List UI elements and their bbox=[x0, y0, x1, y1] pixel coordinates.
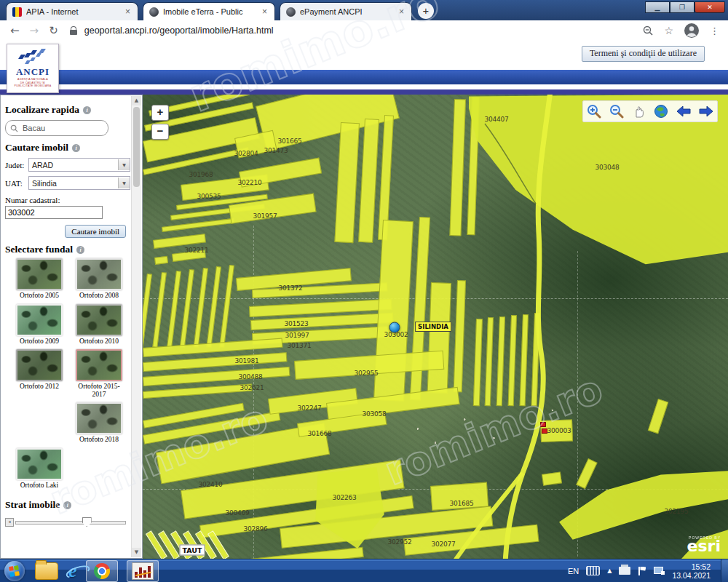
parcel-label: 303048 bbox=[595, 164, 619, 171]
tab-close-icon[interactable]: × bbox=[124, 7, 132, 17]
tab-close-icon[interactable]: × bbox=[261, 7, 269, 17]
fundal-thumbnail[interactable] bbox=[76, 349, 122, 381]
taskbar-clock[interactable]: 15:52 13.04.2021 bbox=[672, 562, 711, 580]
screen: APIA - Internet × Imobile eTerra - Publi… bbox=[0, 0, 728, 582]
cadastral-input[interactable] bbox=[5, 206, 103, 219]
romania-flag-icon bbox=[12, 7, 22, 17]
tab-close-icon[interactable]: × bbox=[397, 7, 405, 17]
ie-taskbar-icon[interactable]: e bbox=[68, 562, 77, 581]
fundal-thumbnail[interactable] bbox=[16, 304, 63, 336]
quick-locate-searchbox[interactable] bbox=[5, 120, 108, 136]
slider-handle[interactable] bbox=[82, 517, 92, 527]
lock-icon bbox=[70, 26, 77, 35]
printer-icon[interactable] bbox=[619, 567, 630, 575]
chevron-down-icon[interactable]: ▼ bbox=[118, 159, 130, 170]
map-zoom-out-button[interactable]: − bbox=[151, 124, 169, 140]
toolbar-pan-hand-icon[interactable] bbox=[630, 103, 648, 119]
fundal-option[interactable]: Ortofoto 2005 bbox=[9, 258, 69, 300]
layer-title: Strat imobile i bbox=[5, 499, 130, 511]
scroll-thumb[interactable] bbox=[133, 107, 140, 187]
cadastral-label: Numar cadastral: bbox=[5, 196, 130, 204]
toolbar-full-extent-globe-icon[interactable] bbox=[652, 103, 670, 119]
quick-locate-input[interactable] bbox=[21, 123, 90, 133]
fundal-thumbnail[interactable] bbox=[76, 258, 122, 290]
parcel-label: 300003 bbox=[547, 427, 571, 434]
parcel-label: 302804 bbox=[234, 150, 258, 157]
reload-icon[interactable]: ↻ bbox=[49, 24, 58, 37]
background-select-title: Selectare fundal i bbox=[5, 244, 130, 255]
toolbar-zoom-in-icon[interactable] bbox=[585, 103, 603, 119]
minimize-button[interactable]: ▁ bbox=[645, 1, 670, 13]
map-zoom-control: + − bbox=[151, 105, 169, 143]
url-text[interactable]: geoportal.ancpi.ro/geoportal/imobile/Har… bbox=[84, 25, 644, 36]
info-icon[interactable]: i bbox=[63, 501, 71, 509]
fundal-thumbnail[interactable] bbox=[76, 402, 122, 434]
profile-avatar[interactable] bbox=[684, 23, 700, 39]
toolbar-back-arrow-icon[interactable] bbox=[675, 103, 692, 119]
map-zoom-in-button[interactable]: + bbox=[151, 105, 169, 121]
ancpi-logo: ANCPI AGENȚIA NAȚIONALĂ DE CADASTRU ȘI P… bbox=[7, 44, 59, 93]
toolbar-forward-arrow-icon[interactable] bbox=[697, 103, 715, 119]
toolbar-zoom-out-icon[interactable] bbox=[608, 103, 625, 119]
fundal-option[interactable]: Ortofoto 2012 bbox=[9, 349, 69, 398]
close-button[interactable]: ✕ bbox=[695, 1, 725, 13]
ancpi-logo-icon bbox=[17, 47, 49, 66]
show-desktop-button[interactable] bbox=[721, 559, 728, 582]
fundal-option[interactable]: Ortofoto 2018 bbox=[69, 402, 129, 444]
slider-left-button[interactable]: ◂ bbox=[5, 518, 14, 527]
show-hidden-icons[interactable]: ▲ bbox=[607, 567, 612, 574]
scroll-up-icon[interactable]: ▲ bbox=[132, 96, 141, 105]
action-center-flag-icon[interactable] bbox=[638, 567, 646, 575]
search-result-marker[interactable] bbox=[389, 322, 400, 333]
language-indicator[interactable]: EN bbox=[568, 567, 579, 575]
tab-eterra[interactable]: Imobile eTerra - Public × bbox=[143, 2, 275, 20]
parcel-label: 302210 bbox=[237, 179, 261, 186]
fundal-thumbnail[interactable] bbox=[16, 258, 63, 290]
chrome-taskbar-icon[interactable] bbox=[86, 560, 118, 582]
new-tab-button[interactable]: + bbox=[418, 3, 434, 19]
ancpi-logo-text: ANCPI bbox=[16, 66, 50, 78]
fundal-option[interactable]: Ortofoto 2010 bbox=[69, 304, 129, 346]
fundal-thumbnail[interactable] bbox=[76, 304, 122, 336]
back-icon[interactable]: ← bbox=[10, 24, 20, 37]
fundal-option[interactable]: Ortofoto 2009 bbox=[9, 304, 69, 346]
fundal-option-label: Ortofoto 2018 bbox=[74, 436, 124, 444]
network-icon[interactable] bbox=[654, 567, 665, 575]
start-button[interactable] bbox=[4, 561, 25, 581]
fundal-option-label: Ortofoto 2005 bbox=[14, 292, 65, 300]
fundal-option[interactable]: Ortofoto Laki bbox=[9, 448, 69, 490]
chevron-down-icon[interactable]: ▼ bbox=[118, 178, 130, 188]
fundal-thumbnail[interactable] bbox=[16, 349, 63, 381]
info-icon[interactable]: i bbox=[72, 144, 80, 152]
fundal-thumbnail[interactable] bbox=[16, 448, 63, 480]
search-property-title: Cautare imobil i bbox=[5, 142, 130, 154]
fundal-option[interactable]: Ortofoto 2008 bbox=[69, 258, 129, 300]
keyboard-icon[interactable] bbox=[586, 566, 600, 575]
judet-select[interactable]: ARAD ▼ bbox=[28, 158, 130, 172]
sidebar-scrollbar[interactable]: ▲ ▼ bbox=[131, 96, 141, 557]
globe-icon bbox=[286, 7, 296, 17]
slider-track[interactable] bbox=[15, 521, 126, 525]
stats-app-taskbar-icon[interactable] bbox=[127, 560, 159, 582]
explorer-taskbar-icon[interactable] bbox=[35, 562, 58, 580]
header-indigo-band bbox=[0, 89, 728, 95]
parcel-label: 301981 bbox=[234, 357, 258, 364]
info-icon[interactable]: i bbox=[76, 246, 84, 254]
tab-apia[interactable]: APIA - Internet × bbox=[6, 2, 138, 20]
bookmark-star-icon[interactable]: ☆ bbox=[664, 25, 673, 36]
browser-menu-icon[interactable]: ⋮ bbox=[710, 25, 719, 36]
place-label-taut: TAUT bbox=[180, 545, 205, 556]
tab-epayment[interactable]: ePayment ANCPI × bbox=[280, 2, 412, 20]
fundal-option[interactable]: Ortofoto 2015-2017 bbox=[69, 349, 129, 398]
page-zoom-icon[interactable] bbox=[643, 25, 654, 36]
terms-button[interactable]: Termeni şi condiţii de utilizare bbox=[582, 46, 705, 62]
maximize-button[interactable]: ❐ bbox=[670, 1, 695, 13]
forward-icon[interactable]: → bbox=[30, 24, 39, 37]
opacity-slider[interactable]: ◂ bbox=[5, 517, 126, 527]
uat-select[interactable]: Silindia ▼ bbox=[28, 176, 130, 190]
parcel-label: 301957 bbox=[253, 212, 277, 220]
info-icon[interactable]: i bbox=[83, 106, 91, 114]
scroll-down-icon[interactable]: ▼ bbox=[132, 548, 141, 557]
search-property-button[interactable]: Cautare imobil bbox=[65, 225, 126, 238]
map-canvas[interactable]: + − bbox=[143, 95, 728, 559]
